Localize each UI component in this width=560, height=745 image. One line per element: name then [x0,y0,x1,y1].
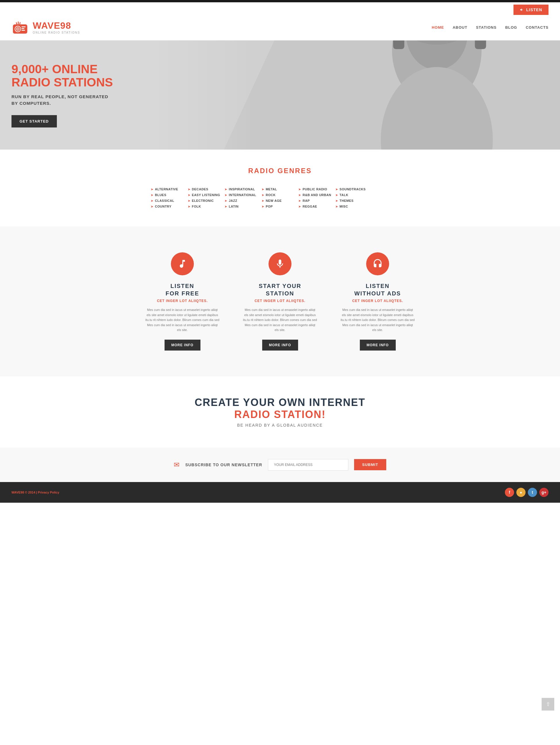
mic-icon [275,259,285,269]
genres-title: RADIO GENRES [11,167,549,175]
svg-rect-15 [475,40,486,49]
hero-section: 9,000+ ONLINE RADIO STATIONS RUN BY REAL… [0,40,560,150]
genre-reggae[interactable]: ➤REGGAE [299,203,335,209]
feature-start-station: START YOUR STATION CET INGER LOT ALIIQTE… [231,247,329,356]
newsletter-label: SUBSCRIBE TO OUR NEWSLETTER [185,462,262,467]
hero-illustration [224,40,560,150]
get-started-button[interactable]: GET STARTED [11,115,57,127]
feature-1-title: LISTEN FOR FREE [145,282,220,297]
genre-classical[interactable]: ➤CLASSICAL [151,198,188,203]
hero-content: 9,000+ ONLINE RADIO STATIONS RUN BY REAL… [0,45,124,145]
headphones-icon [372,259,383,269]
logo-text-area: WAVE98 ONLINE RADIO STATIONS [33,21,80,34]
feature-3-desc: Mes cum dia sed in iacus ut emaselet ing… [340,307,415,333]
feature-listen-free: LISTEN FOR FREE CET INGER LOT ALIIQTES. … [133,247,231,356]
feature-no-ads: LISTEN WITHOUT ADS CET INGER LOT ALIIQTE… [329,247,427,356]
social-twitter-button[interactable]: t [528,488,537,497]
nav-home[interactable]: HOME [432,25,444,30]
genre-col-6: ➤SOUNDTRACKS ➤TALK ➤THEMES ➤MISC [335,186,372,209]
genre-soundtracks[interactable]: ➤SOUNDTRACKS [335,186,372,192]
genre-country[interactable]: ➤COUNTRY [151,203,188,209]
newsletter-section: ✉ SUBSCRIBE TO OUR NEWSLETTER SUBMIT [0,448,560,482]
genre-misc[interactable]: ➤MISC [335,203,372,209]
genre-folk[interactable]: ➤FOLK [188,203,225,209]
svg-rect-5 [22,28,24,29]
no-ads-icon-circle [366,252,389,275]
logo-title: WAVE98 [33,21,80,31]
genre-alternative[interactable]: ➤ALTERNATIVE [151,186,188,192]
feature-3-subtitle: CET INGER LOT ALIIQTES. [340,299,415,303]
cta-title: CREATE YOUR OWN INTERNET RADIO STATION! [11,396,549,421]
genre-themes[interactable]: ➤THEMES [335,198,372,203]
feature-2-more-info-button[interactable]: MORE INFO [262,339,298,351]
feature-1-subtitle: CET INGER LOT ALIIQTES. [145,299,220,303]
hero-bg-svg [224,40,560,150]
genre-latin[interactable]: ➤LATIN [225,203,261,209]
hero-subtitle: RUN BY REAL PEOPLE, NOT GENERATED BY COM… [11,94,113,106]
genre-jazz[interactable]: ➤JAZZ [225,198,261,203]
social-facebook-button[interactable]: f [505,488,514,497]
social-rss-button[interactable]: ● [516,488,526,497]
genres-section: RADIO GENRES ➤ALTERNATIVE ➤BLUES ➤CLASSI… [0,150,560,227]
feature-1-desc: Mes cum dia sed in iacus ut emaselet ing… [145,307,220,333]
social-googleplus-button[interactable]: g+ [539,488,549,497]
logo-area: WAVE98 ONLINE RADIO STATIONS [11,20,80,34]
svg-rect-14 [393,40,404,49]
svg-rect-6 [22,30,25,31]
header: WAVE98 ONLINE RADIO STATIONS HOME ABOUT … [0,17,560,40]
logo-icon [11,20,29,34]
svg-rect-4 [22,26,26,27]
start-station-icon-circle [269,252,291,275]
genre-rnb[interactable]: ➤R&B AND URBAN [299,192,335,198]
nav-blog[interactable]: BLOG [505,25,517,30]
genres-grid: ➤ALTERNATIVE ➤BLUES ➤CLASSICAL ➤COUNTRY … [151,186,409,209]
genre-electronic[interactable]: ➤ELECTRONIC [188,198,225,203]
feature-3-title: LISTEN WITHOUT ADS [340,282,415,297]
genre-col-2: ➤DECADES ➤EASY LISTENING ➤ELECTRONIC ➤FO… [188,186,225,209]
genre-rap[interactable]: ➤RAP [299,198,335,203]
nav-about[interactable]: ABOUT [453,25,467,30]
music-icon [177,259,188,269]
genre-pop[interactable]: ➤POP [261,203,299,209]
svg-point-3 [17,28,19,30]
logo-subtitle: ONLINE RADIO STATIONS [33,31,80,34]
feature-2-subtitle: CET INGER LOT ALIIQTES. [243,299,317,303]
features-section: LISTEN FOR FREE CET INGER LOT ALIIQTES. … [0,227,560,377]
genre-new-age[interactable]: ➤NEW AGE [261,198,299,203]
speaker-icon [520,8,524,12]
genre-blues[interactable]: ➤BLUES [151,192,188,198]
footer-social: f ● t g+ [505,488,549,497]
listen-button[interactable]: LISTEN [514,5,549,15]
top-bar [0,0,560,2]
nav-stations[interactable]: STATIONS [476,25,497,30]
feature-2-title: START YOUR STATION [243,282,317,297]
newsletter-submit-button[interactable]: SUBMIT [354,459,386,470]
listen-bar: LISTEN [0,2,560,17]
newsletter-email-input[interactable] [268,459,348,471]
feature-1-more-info-button[interactable]: MORE INFO [164,339,200,351]
footer-copyright: WAVE98 © 2014 | Privacy Policy [11,491,59,494]
genre-rock[interactable]: ➤ROCK [261,192,299,198]
genre-col-1: ➤ALTERNATIVE ➤BLUES ➤CLASSICAL ➤COUNTRY [151,186,188,209]
genre-decades[interactable]: ➤DECADES [188,186,225,192]
genre-col-5: ➤PUBLIC RADIO ➤R&B AND URBAN ➤RAP ➤REGGA… [299,186,335,209]
nav-contacts[interactable]: CONTACTS [526,25,549,30]
svg-rect-8 [18,22,19,25]
hero-title: 9,000+ ONLINE RADIO STATIONS [11,63,113,89]
genre-easy-listening[interactable]: ➤EASY LISTENING [188,192,225,198]
cta-section: CREATE YOUR OWN INTERNET RADIO STATION! … [0,377,560,448]
genre-col-4: ➤METAL ➤ROCK ➤NEW AGE ➤POP [261,186,299,209]
genre-inspirational[interactable]: ➤INSPIRATIONAL [225,186,261,192]
genre-talk[interactable]: ➤TALK [335,192,372,198]
feature-2-desc: Mes cum dia sed in iacus ut emaselet ing… [243,307,317,333]
genre-international[interactable]: ➤INTERNATIONAL [225,192,261,198]
newsletter-envelope-icon: ✉ [174,461,180,469]
cta-subtitle: BE HEARD BY A GLOBAL AUDIENCE [11,423,549,427]
genre-col-3: ➤INSPIRATIONAL ➤INTERNATIONAL ➤JAZZ ➤LAT… [225,186,261,209]
feature-3-more-info-button[interactable]: MORE INFO [360,339,396,351]
genre-public-radio[interactable]: ➤PUBLIC RADIO [299,186,335,192]
main-nav: HOME ABOUT STATIONS BLOG CONTACTS [432,25,549,30]
footer: WAVE98 © 2014 | Privacy Policy f ● t g+ [0,482,560,503]
listen-free-icon-circle [171,252,194,275]
genre-metal[interactable]: ➤METAL [261,186,299,192]
